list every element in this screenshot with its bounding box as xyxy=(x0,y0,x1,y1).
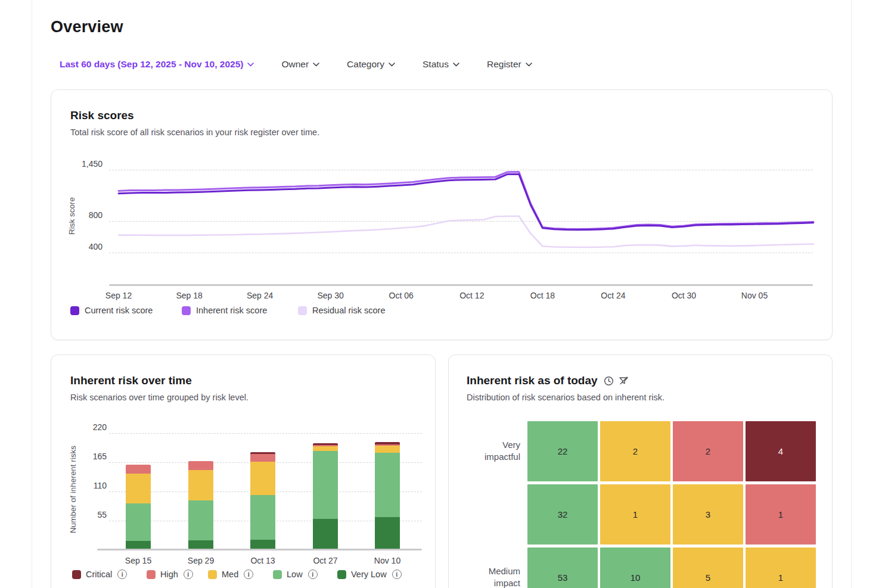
inherent-risk-bar-chart[interactable]: 22016511055Sep 15Sep 29Oct 13Oct 27Nov 1… xyxy=(51,355,435,588)
x-tick-label: Nov 05 xyxy=(728,291,781,300)
heatmap-cell[interactable]: 5 xyxy=(673,547,743,588)
heatmap-cell[interactable]: 1 xyxy=(746,547,816,588)
bar-segment-very_low xyxy=(375,517,400,550)
y-gridline xyxy=(109,170,813,170)
x-tick-label: Oct 13 xyxy=(236,556,290,565)
owner-filter-label: Owner xyxy=(281,59,309,70)
y-tick-label: 1,450 xyxy=(61,159,103,169)
register-filter-label: Register xyxy=(487,59,521,70)
inherent-risk-today-card: Inherent risk as of today Distribution o… xyxy=(448,354,833,588)
bar-segment-very_low xyxy=(313,519,338,550)
heatmap-cell[interactable]: 22 xyxy=(527,421,598,481)
risk-scores-card: Risk scores Total risk score of all risk… xyxy=(51,89,833,340)
bar-segment-low xyxy=(250,495,275,540)
bar-segment-med xyxy=(126,474,151,503)
bar-segment-high xyxy=(250,454,275,462)
y-gridline xyxy=(109,221,813,222)
heatmap-row-label: Veryimpactful xyxy=(455,439,520,463)
inherent-risk-heatmap: Veryimpactful2222432131Mediumimpact53105… xyxy=(449,355,832,588)
x-tick-label: Oct 06 xyxy=(374,291,428,300)
y-gridline xyxy=(109,253,813,253)
heatmap-cell[interactable]: 32 xyxy=(527,484,598,545)
heatmap-cell[interactable]: 3 xyxy=(673,484,743,545)
bar-segment-high xyxy=(126,465,151,473)
stacked-bar-sep-29[interactable] xyxy=(188,461,213,550)
y-tick-label: 800 xyxy=(61,210,103,220)
content-left-border xyxy=(32,0,32,588)
bar-segment-med xyxy=(250,462,275,495)
bar-segment-med xyxy=(375,446,400,453)
x-tick-label: Sep 30 xyxy=(304,291,358,300)
x-tick-label: Oct 27 xyxy=(299,556,352,565)
bar-segment-high xyxy=(188,461,213,470)
bar-segment-low xyxy=(188,500,213,540)
line-series-inherent xyxy=(119,172,813,229)
status-filter[interactable]: Status xyxy=(423,59,459,70)
overview-page: Overview Last 60 days (Sep 12, 2025 - No… xyxy=(0,0,882,588)
inherent-risk-over-time-card: Inherent risk over time Risk scenarios o… xyxy=(51,354,436,588)
category-filter[interactable]: Category xyxy=(347,59,395,70)
date-range-filter[interactable]: Last 60 days (Sep 12, 2025 - Nov 10, 202… xyxy=(60,59,254,70)
bar-segment-low xyxy=(313,451,338,519)
stacked-bar-oct-27[interactable] xyxy=(313,443,338,550)
owner-filter[interactable]: Owner xyxy=(281,59,319,70)
x-tick-label: Oct 18 xyxy=(515,291,569,300)
x-tick-label: Sep 24 xyxy=(233,291,287,300)
heatmap-cell[interactable]: 1 xyxy=(746,484,816,545)
stacked-bar-sep-15[interactable] xyxy=(126,465,151,550)
heatmap-cell[interactable]: 2 xyxy=(600,421,670,481)
x-tick-label: Sep 12 xyxy=(92,291,145,300)
bar-segment-low xyxy=(375,453,400,517)
heatmap-cell[interactable]: 10 xyxy=(600,547,670,588)
risk-scores-line-chart[interactable]: 1,450800400Sep 12Sep 18Sep 24Sep 30Oct 0… xyxy=(51,90,832,340)
stacked-bar-oct-13[interactable] xyxy=(250,452,275,550)
x-tick-label: Oct 12 xyxy=(445,291,499,300)
x-tick-label: Oct 24 xyxy=(586,291,640,300)
status-filter-label: Status xyxy=(423,59,449,70)
page-title: Overview xyxy=(51,18,123,36)
x-tick-label: Nov 10 xyxy=(361,556,414,565)
stacked-bar-nov-10[interactable] xyxy=(375,442,400,550)
heatmap-cell[interactable]: 4 xyxy=(746,421,816,481)
register-filter[interactable]: Register xyxy=(487,59,532,70)
category-filter-label: Category xyxy=(347,59,384,70)
heatmap-cell[interactable]: 53 xyxy=(527,547,598,588)
filter-bar: Last 60 days (Sep 12, 2025 - Nov 10, 202… xyxy=(60,59,532,70)
heatmap-cell[interactable]: 2 xyxy=(673,421,743,481)
heatmap-cell[interactable]: 1 xyxy=(600,484,670,545)
heatmap-row-label: Mediumimpact xyxy=(455,565,520,588)
chevron-down-icon xyxy=(526,63,532,67)
x-tick-label: Sep 29 xyxy=(174,556,228,565)
bar-segment-med xyxy=(313,446,338,451)
bar-segment-med xyxy=(188,470,213,500)
chevron-down-icon xyxy=(453,63,459,67)
y-tick-label: 400 xyxy=(61,242,103,251)
bar-segment-low xyxy=(126,503,151,541)
x-axis-line xyxy=(109,284,813,286)
date-range-label: Last 60 days (Sep 12, 2025 - Nov 10, 202… xyxy=(60,59,243,70)
chevron-down-icon xyxy=(389,63,395,67)
chevron-down-icon xyxy=(247,63,254,67)
chevron-down-icon xyxy=(313,63,319,67)
content-right-border xyxy=(851,0,852,588)
x-axis-line xyxy=(97,549,422,550)
x-tick-label: Oct 30 xyxy=(657,291,711,300)
x-tick-label: Sep 18 xyxy=(163,291,216,300)
x-tick-label: Sep 15 xyxy=(111,556,165,565)
